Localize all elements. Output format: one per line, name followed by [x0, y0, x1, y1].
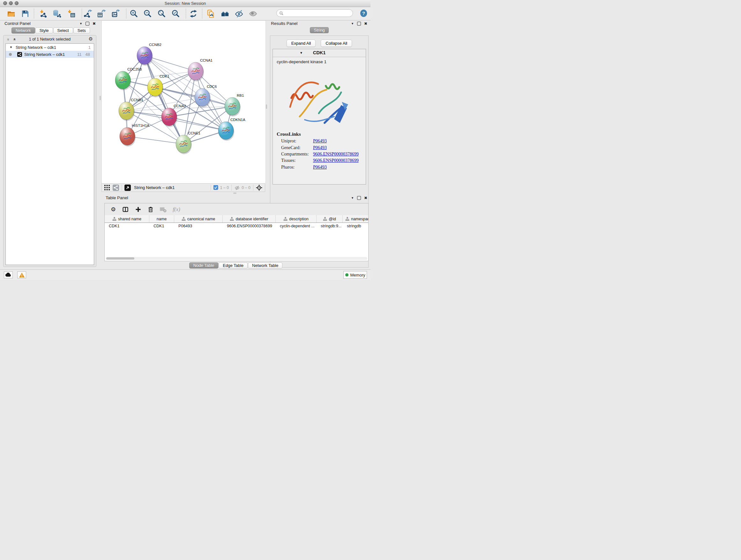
table-cell[interactable]: 9606.ENSP00000378699	[223, 223, 276, 229]
export-image-icon[interactable]	[111, 9, 120, 18]
save-session-icon[interactable]	[21, 9, 30, 18]
zoom-out-icon[interactable]	[143, 9, 152, 18]
table-panel-float-icon[interactable]	[357, 196, 361, 200]
search-input[interactable]	[285, 10, 353, 16]
crosslink-value-link[interactable]: 9606.ENSP00000378699	[313, 152, 359, 157]
edge-CCNB2-CCNE1[interactable]	[145, 56, 184, 144]
show-eye-icon[interactable]	[249, 9, 258, 18]
import-network-database-icon[interactable]	[52, 9, 61, 18]
results-panel-float-icon[interactable]	[357, 22, 361, 25]
tab-style[interactable]: Style	[36, 27, 53, 34]
node-CCNB2[interactable]: CCNB2	[137, 43, 161, 66]
results-panel-menu-icon[interactable]: ▼	[351, 22, 354, 25]
open-session-icon[interactable]	[7, 9, 16, 18]
delete-table-icon[interactable]	[160, 206, 166, 212]
table-cell[interactable]: CDK1	[149, 223, 174, 229]
expand-all-button[interactable]: Expand All	[286, 40, 316, 47]
delete-column-trash-icon[interactable]	[147, 206, 154, 212]
node-CDC6[interactable]: CDC6	[195, 84, 217, 108]
table-panel-close-icon[interactable]: ✖	[364, 196, 367, 200]
protein-card-header[interactable]: ▼ CDK1	[273, 49, 366, 57]
tab-network[interactable]: Network	[11, 27, 35, 34]
table-cell[interactable]: stringdb	[343, 223, 368, 229]
create-column-plus-icon[interactable]	[135, 206, 141, 212]
column-tree-icon	[345, 217, 349, 221]
warning-button[interactable]	[17, 271, 26, 278]
table-horizontal-scrollbar[interactable]	[106, 257, 367, 260]
network-row[interactable]: String Network – cdk1 11 48	[6, 51, 94, 58]
tab-sets[interactable]: Sets	[73, 27, 90, 34]
memory-button[interactable]: Memory	[343, 271, 367, 279]
control-panel-menu-icon[interactable]: ▼	[79, 22, 82, 25]
table-cell[interactable]: cyclin-dependent ...	[276, 223, 317, 229]
crosslink-value-link[interactable]: P06493	[313, 165, 327, 170]
open-view-icon[interactable]	[125, 185, 131, 191]
column-tree-icon	[112, 217, 117, 221]
node-CCNB1[interactable]: CCNB1	[119, 98, 143, 121]
zoom-fit-icon[interactable]	[157, 9, 166, 18]
column-header-shared-name[interactable]: shared name	[105, 215, 149, 223]
node-CCNA1[interactable]: CCNA1	[188, 58, 212, 81]
column-tree-icon	[230, 217, 234, 221]
node-CDC25B[interactable]: CDC25B	[115, 67, 142, 90]
help-icon[interactable]: ?	[359, 9, 368, 18]
column-header--id[interactable]: @id	[317, 215, 343, 223]
refresh-view-icon[interactable]	[189, 9, 198, 18]
column-header-description[interactable]: description	[276, 215, 317, 223]
zoom-in-icon[interactable]	[130, 9, 138, 18]
table-panel-menu-icon[interactable]: ▼	[351, 196, 354, 199]
table-panel-title: Table Panel	[106, 195, 128, 200]
scrollbar-thumb[interactable]	[106, 257, 134, 260]
show-columns-icon[interactable]	[122, 206, 129, 212]
collapse-all-button[interactable]: Collapse All	[321, 40, 352, 47]
import-network-file-icon[interactable]	[39, 9, 48, 18]
grid-view-icon[interactable]	[105, 185, 110, 190]
crosslink-value-link[interactable]: P06493	[313, 145, 327, 150]
control-panel-close-icon[interactable]: ✖	[92, 21, 96, 26]
collection-caret-icon[interactable]: ▼	[10, 46, 12, 49]
fit-target-icon[interactable]	[256, 185, 262, 191]
edge-CCNE1-HIST1H1A[interactable]	[127, 136, 184, 144]
column-header-database-identifier[interactable]: database identifier	[223, 215, 276, 223]
export-network-icon[interactable]	[83, 9, 92, 18]
zoom-selected-icon[interactable]	[172, 9, 180, 18]
control-panel-float-icon[interactable]	[85, 22, 89, 25]
table-cell[interactable]: CDK1	[105, 223, 149, 229]
results-panel-close-icon[interactable]: ✖	[364, 21, 367, 26]
duplicate-network-icon[interactable]	[206, 9, 215, 18]
column-header-name[interactable]: name	[149, 215, 174, 223]
network-canvas[interactable]: CCNB2CCNA1CDC25BCDK1CDC6RB1CCNB1CCNA2CDK…	[102, 20, 266, 184]
crosslink-value-link[interactable]: P06493	[313, 138, 327, 144]
tab-edge-table[interactable]: Edge Table	[219, 262, 248, 268]
node-HIST1H1A[interactable]: HIST1H1A	[120, 124, 149, 146]
tab-select[interactable]: Select	[53, 27, 73, 34]
tab-network-table[interactable]: Network Table	[248, 262, 282, 268]
control-panel-tabs: NetworkStyleSelectSets	[11, 27, 90, 34]
node-CDKN1A[interactable]: CDKN1A	[218, 118, 246, 141]
table-cell[interactable]: P06493	[174, 223, 223, 229]
network-badge-icon[interactable]	[113, 185, 119, 191]
selected-checkbox-icon[interactable]	[213, 185, 218, 190]
node-RB1[interactable]: RB1	[225, 94, 244, 117]
function-builder-icon[interactable]: f(x)	[173, 206, 180, 212]
node-table-row[interactable]: CDK1CDK1P064939606.ENSP00000378699cyclin…	[105, 223, 368, 229]
table-cell[interactable]: stringdb:9...	[317, 223, 343, 229]
network-options-gear-icon[interactable]: ⚙	[89, 36, 93, 42]
import-table-file-icon[interactable]	[67, 9, 76, 18]
table-options-gear-icon[interactable]: ⚙	[111, 206, 116, 213]
export-table-icon[interactable]	[97, 9, 106, 18]
crosslink-label: Tissues:	[281, 158, 313, 163]
splitter-grip[interactable]	[99, 96, 101, 100]
tab-node-table[interactable]: Node Table	[189, 262, 219, 268]
tab-string[interactable]: String	[310, 27, 329, 33]
cloud-button[interactable]	[4, 271, 13, 278]
hide-eye-icon[interactable]	[234, 9, 244, 18]
warning-icon	[19, 272, 25, 278]
crosslink-value-link[interactable]: 9606.ENSP00000378699	[313, 158, 359, 163]
network-collection-row[interactable]: ▼ String Network – cdk1 1	[6, 44, 94, 51]
column-header-namespace[interactable]: namespace	[343, 215, 368, 223]
hidden-eye-icon[interactable]	[234, 185, 240, 190]
houses-icon[interactable]	[221, 9, 230, 18]
column-header-canonical-name[interactable]: canonical name	[174, 215, 223, 223]
splitter-grip[interactable]	[266, 105, 267, 109]
